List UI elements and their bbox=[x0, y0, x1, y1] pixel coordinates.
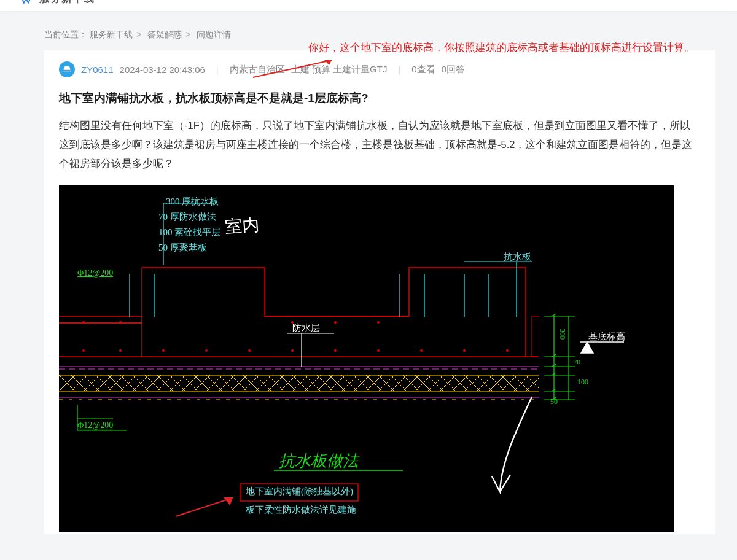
svg-point-13 bbox=[82, 321, 85, 324]
svg-point-3 bbox=[119, 349, 122, 352]
svg-marker-20 bbox=[225, 498, 232, 504]
svg-point-10 bbox=[420, 349, 423, 352]
username[interactable]: ZY0611 bbox=[81, 64, 114, 75]
svg-point-6 bbox=[248, 349, 251, 352]
svg-point-5 bbox=[205, 349, 208, 352]
cad-dim-50: 50 bbox=[550, 397, 558, 406]
cad-rebar-bottom: Φ12@200 bbox=[77, 421, 113, 430]
breadcrumb-qa[interactable]: 答疑解惑 bbox=[147, 29, 182, 39]
cad-layer-2: 70 厚防水做法 bbox=[158, 211, 216, 223]
cad-note-2: 板下柔性防水做法详见建施 bbox=[246, 504, 356, 516]
cad-dim-300: 300 bbox=[558, 329, 567, 340]
cad-rebar-top: Φ12@200 bbox=[77, 268, 113, 278]
logo-text: 服务新干线 bbox=[39, 0, 95, 6]
cad-layer-4: 50 厚聚苯板 bbox=[158, 242, 207, 254]
cad-note-1: 地下室内满铺(除独基以外) bbox=[246, 486, 353, 497]
avatar[interactable] bbox=[59, 61, 75, 77]
helmet-icon bbox=[62, 64, 72, 74]
cad-dim-70: 70 bbox=[574, 358, 580, 365]
svg-point-8 bbox=[334, 349, 337, 352]
cad-handwriting: 室内 bbox=[224, 213, 260, 239]
svg-point-2 bbox=[82, 349, 85, 352]
cad-section-title: 抗水板做法 bbox=[279, 450, 359, 472]
question-card: 你好，这个地下室的底标高，你按照建筑的底标高或者基础的顶标高进行设置计算。 ZY… bbox=[44, 50, 715, 534]
svg-point-11 bbox=[463, 349, 466, 352]
breadcrumb-current: 问题详情 bbox=[197, 29, 231, 39]
view-count: 0查看 bbox=[411, 64, 435, 76]
breadcrumb-home[interactable]: 服务新干线 bbox=[90, 29, 133, 39]
cad-label-slab: 抗水板 bbox=[504, 251, 531, 263]
svg-point-4 bbox=[162, 349, 165, 352]
breadcrumb-label: 当前位置： bbox=[44, 29, 87, 39]
svg-point-16 bbox=[334, 321, 337, 324]
cad-drawing: 300 厚抗水板 70 厚防水做法 100 素砼找平层 50 厚聚苯板 室内 Φ… bbox=[59, 185, 674, 532]
svg-point-14 bbox=[119, 321, 122, 324]
annotation-text: 你好，这个地下室的底标高，你按照建筑的底标高或者基础的顶标高进行设置计算。 bbox=[308, 39, 720, 56]
svg-point-9 bbox=[377, 349, 380, 352]
cad-label-waterproof: 防水层 bbox=[292, 322, 320, 334]
cad-svg bbox=[59, 185, 674, 532]
question-title: 地下室内满铺抗水板，抗水板顶标高是不是就是-1层底标高? bbox=[59, 90, 700, 107]
answer-count: 0回答 bbox=[442, 64, 465, 76]
cad-label-base: 基底标高 bbox=[588, 331, 625, 343]
annotation-arrow-icon bbox=[247, 58, 339, 82]
cad-layer-1: 300 厚抗水板 bbox=[166, 196, 219, 208]
svg-point-12 bbox=[506, 349, 509, 352]
svg-marker-1 bbox=[324, 60, 332, 65]
cad-layer-3: 100 素砼找平层 bbox=[158, 227, 220, 238]
post-time: 2024-03-12 20:43:06 bbox=[120, 64, 205, 75]
post-meta: ZY0611 2024-03-12 20:43:06 | 内蒙古自治区 土建 预… bbox=[59, 61, 700, 77]
top-bar: 服务新干线 bbox=[0, 0, 737, 11]
svg-point-7 bbox=[291, 349, 294, 352]
question-body: 结构图里没有任何地下室（-1F）的底标高，只说了地下室内满铺抗水板，自认为应该就… bbox=[59, 116, 700, 174]
svg-line-0 bbox=[253, 60, 332, 77]
svg-line-19 bbox=[176, 498, 232, 516]
logo-icon bbox=[17, 0, 36, 4]
svg-point-17 bbox=[377, 321, 380, 324]
cad-dim-100: 100 bbox=[577, 378, 588, 387]
